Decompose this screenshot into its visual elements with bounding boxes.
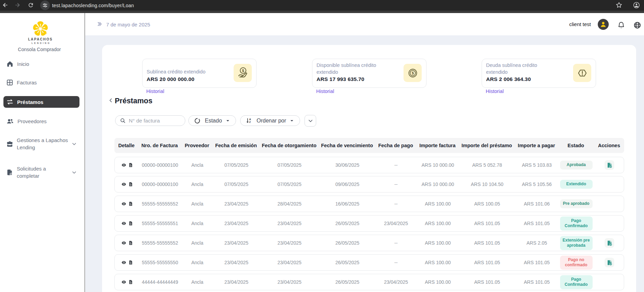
svg-text:A: A xyxy=(249,118,251,121)
svg-text:®: ® xyxy=(46,33,47,35)
svg-text:Z: Z xyxy=(249,121,251,124)
svg-text:$: $ xyxy=(242,68,244,72)
svg-text:$: $ xyxy=(411,71,413,75)
